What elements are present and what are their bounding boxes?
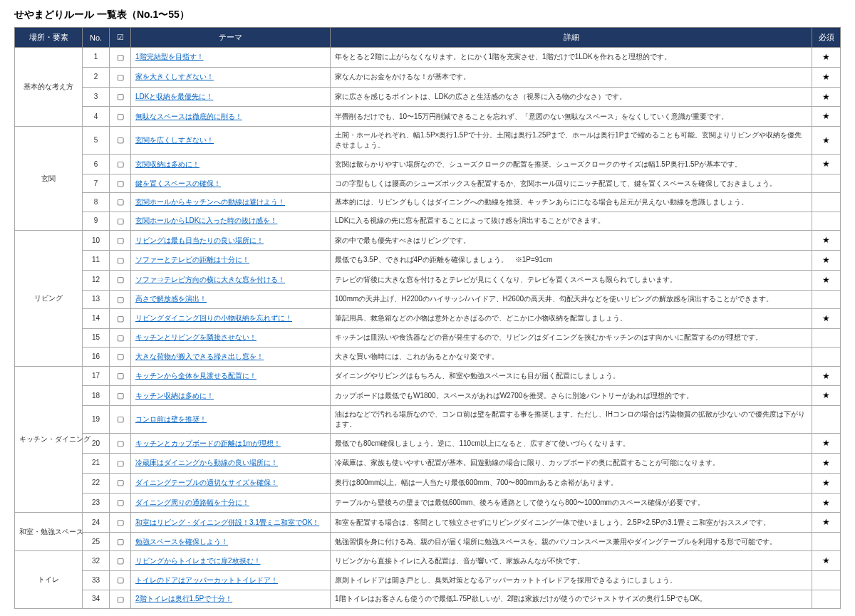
- table-row: 9▢玄関ホールからLDKに入った時の抜け感を！LDKに入る視線の先に窓を配置する…: [15, 212, 841, 230]
- no-cell: 3: [83, 87, 110, 107]
- theme-cell[interactable]: リビングダイニング回りの小物収納を忘れずに！: [131, 308, 331, 328]
- no-cell: 22: [83, 473, 110, 493]
- checkbox-cell[interactable]: ▢: [110, 348, 131, 366]
- theme-cell[interactable]: キッチンとリビングを隣接させない！: [131, 328, 331, 347]
- checkbox-cell[interactable]: ▢: [110, 328, 131, 347]
- checkbox-cell[interactable]: ▢: [110, 434, 131, 454]
- theme-cell[interactable]: ソファ⇒テレビ方向の横に大きな窓を付ける！: [131, 270, 331, 290]
- required-cell: ★: [812, 67, 841, 87]
- table-row: 12▢ソファ⇒テレビ方向の横に大きな窓を付ける！テレビの背後に大きな窓を付けると…: [15, 270, 841, 290]
- theme-cell[interactable]: 無駄なスペースは徹底的に削る！: [131, 107, 331, 127]
- table-row: トイレ32▢リビングからトイレまでに扉2枚挟む！リビングから直接トイレに入る配置…: [15, 551, 841, 571]
- theme-cell[interactable]: キッチンから全体を見渡せる配置に！: [131, 366, 331, 386]
- theme-cell[interactable]: 玄関ホールからキッチンへの動線は避けよう！: [131, 193, 331, 212]
- required-cell: ★: [812, 48, 841, 68]
- required-cell: [812, 571, 841, 590]
- no-cell: 21: [83, 453, 110, 473]
- theme-cell[interactable]: LDKと収納を最優先に！: [131, 87, 331, 107]
- checkbox-cell[interactable]: ▢: [110, 67, 131, 87]
- theme-cell[interactable]: リビングは最も日当たりの良い場所に！: [131, 231, 331, 251]
- detail-cell: カップボードは最低でもW1800。スペースがあればW2700を推奨。さらに別途パ…: [331, 386, 812, 406]
- checkbox-cell[interactable]: ▢: [110, 571, 131, 590]
- checkbox-cell[interactable]: ▢: [110, 212, 131, 230]
- detail-cell: 勉強習慣を身に付ける為、親の目が届く場所に勉強スペースを。親のパソコンスペース兼…: [331, 533, 812, 551]
- checkbox-cell[interactable]: ▢: [110, 250, 131, 270]
- no-cell: 33: [83, 571, 110, 590]
- no-cell: 19: [83, 406, 110, 434]
- required-cell: ★: [812, 231, 841, 251]
- theme-cell[interactable]: ソファーとテレビの距離は十分に！: [131, 250, 331, 270]
- theme-cell[interactable]: コンロ前は壁を推奨！: [131, 406, 331, 434]
- detail-cell: 家の中で最も優先すべきはリビングです。: [331, 231, 812, 251]
- table-row: 20▢キッチンとカップボードの距離は1mが理想！最低でも80cm確保しましょう。…: [15, 434, 841, 454]
- required-cell: ★: [812, 386, 841, 406]
- checkbox-cell[interactable]: ▢: [110, 513, 131, 533]
- theme-cell[interactable]: 玄関を広くしすぎない！: [131, 127, 331, 155]
- theme-cell[interactable]: キッチンとカップボードの距離は1mが理想！: [131, 434, 331, 454]
- theme-cell[interactable]: 冷蔵庫はダイニングから動線の良い場所に！: [131, 453, 331, 473]
- checkbox-cell[interactable]: ▢: [110, 366, 131, 386]
- no-cell: 25: [83, 533, 110, 551]
- theme-cell[interactable]: トイレのドアはアッパーカットトイレドア！: [131, 571, 331, 590]
- detail-cell: 1階トイレはお客さんも使うので最低1.75P欲しいが、2階は家族だけが使うのでジ…: [331, 590, 812, 608]
- checkbox-cell[interactable]: ▢: [110, 406, 131, 434]
- detail-cell: 和室を配置する場合は、客間として独立させずにリビングダイニング一体で使いましょう…: [331, 513, 812, 533]
- detail-cell: 筆記用具、救急箱などの小物は意外とかさばるので、どこかに小物収納を配置しましょう…: [331, 308, 812, 328]
- table-row: 11▢ソファーとテレビの距離は十分に！最低でも3.5P、できれば4Pの距離を確保…: [15, 250, 841, 270]
- category-cell: キッチン・ダイニング: [15, 366, 83, 513]
- checkbox-cell[interactable]: ▢: [110, 87, 131, 107]
- theme-cell[interactable]: 家を大きくしすぎない！: [131, 67, 331, 87]
- theme-cell[interactable]: 1階完結型を目指す！: [131, 48, 331, 68]
- no-cell: 13: [83, 290, 110, 308]
- checkbox-cell[interactable]: ▢: [110, 127, 131, 155]
- detail-cell: 基本的には、リビングもしくはダイニングへの動線を推奨。キッチンあらにになる場合も…: [331, 193, 812, 212]
- no-cell: 9: [83, 212, 110, 230]
- no-cell: 11: [83, 250, 110, 270]
- checkbox-cell[interactable]: ▢: [110, 270, 131, 290]
- category-cell: 基本的な考え方: [15, 48, 83, 127]
- table-row: 3▢LDKと収納を最優先に！家に広さを感じるポイントは、LDKの広さと生活感のな…: [15, 87, 841, 107]
- theme-cell[interactable]: 2階トイレは奥行1.5Pで十分！: [131, 590, 331, 608]
- checkbox-cell[interactable]: ▢: [110, 386, 131, 406]
- theme-cell[interactable]: 大きな荷物が搬入できる掃き出し窓を！: [131, 348, 331, 366]
- required-cell: ★: [812, 87, 841, 107]
- checkbox-cell[interactable]: ▢: [110, 493, 131, 513]
- category-cell: リビング: [15, 231, 83, 366]
- theme-cell[interactable]: 勉強スペースを確保しよう！: [131, 533, 331, 551]
- checkbox-cell[interactable]: ▢: [110, 107, 131, 127]
- no-cell: 34: [83, 590, 110, 608]
- checkbox-cell[interactable]: ▢: [110, 290, 131, 308]
- theme-cell[interactable]: 玄関ホールからLDKに入った時の抜け感を！: [131, 212, 331, 230]
- table-row: 14▢リビングダイニング回りの小物収納を忘れずに！筆記用具、救急箱などの小物は意…: [15, 308, 841, 328]
- no-cell: 5: [83, 127, 110, 155]
- theme-cell[interactable]: リビングからトイレまでに扉2枚挟む！: [131, 551, 331, 571]
- checkbox-cell[interactable]: ▢: [110, 473, 131, 493]
- theme-cell[interactable]: 高さで解放感を演出！: [131, 290, 331, 308]
- theme-cell[interactable]: キッチン収納は多めに！: [131, 386, 331, 406]
- required-cell: ★: [812, 155, 841, 174]
- checkbox-cell[interactable]: ▢: [110, 533, 131, 551]
- detail-cell: 家に広さを感じるポイントは、LDKの広さと生活感のなさ（視界に入る物の少なさ）で…: [331, 87, 812, 107]
- table-row: 23▢ダイニング周りの通路幅を十分に！テーブルから壁後ろの壁までは最低600mm…: [15, 493, 841, 513]
- checkbox-cell[interactable]: ▢: [110, 308, 131, 328]
- no-cell: 16: [83, 348, 110, 366]
- checkbox-cell[interactable]: ▢: [110, 590, 131, 608]
- required-cell: [812, 174, 841, 192]
- table-row: 34▢2階トイレは奥行1.5Pで十分！1階トイレはお客さんも使うので最低1.75…: [15, 590, 841, 608]
- checkbox-cell[interactable]: ▢: [110, 48, 131, 68]
- checkbox-cell[interactable]: ▢: [110, 174, 131, 192]
- checkbox-cell[interactable]: ▢: [110, 551, 131, 571]
- theme-cell[interactable]: ダイニング周りの通路幅を十分に！: [131, 493, 331, 513]
- required-cell: [812, 348, 841, 366]
- table-row: 6▢玄関収納は多めに！玄関は散らかりやすい場所なので、シューズクロークの配置を推…: [15, 155, 841, 174]
- theme-cell[interactable]: ダイニングテーブルの適切なサイズを確保！: [131, 473, 331, 493]
- theme-cell[interactable]: 玄関収納は多めに！: [131, 155, 331, 174]
- checkbox-cell[interactable]: ▢: [110, 231, 131, 251]
- checkbox-cell[interactable]: ▢: [110, 453, 131, 473]
- detail-cell: 大きな買い物時には、これがあるとかなり楽です。: [331, 348, 812, 366]
- theme-cell[interactable]: 鍵を置くスペースの確保！: [131, 174, 331, 192]
- checkbox-cell[interactable]: ▢: [110, 193, 131, 212]
- checkbox-cell[interactable]: ▢: [110, 155, 131, 174]
- required-cell: ★: [812, 308, 841, 328]
- theme-cell[interactable]: 和室はリビング・ダイニング併設！3.1畳ミニ和室でOK！: [131, 513, 331, 533]
